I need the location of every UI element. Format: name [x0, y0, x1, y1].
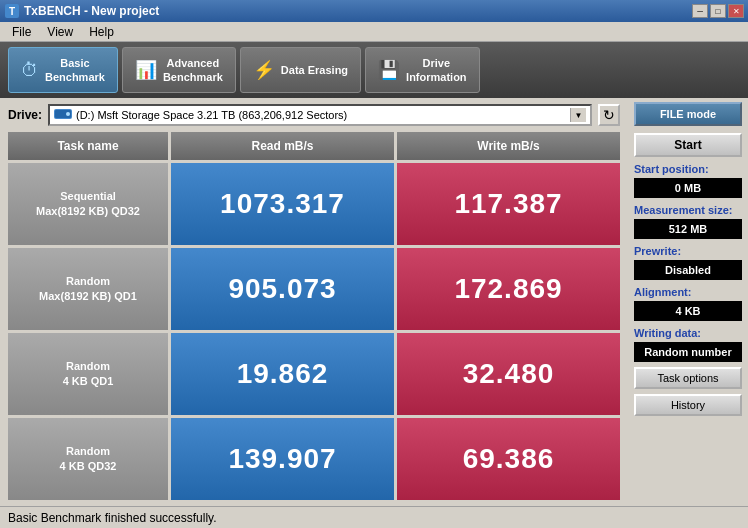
drive-refresh-button[interactable]: ↻ [598, 104, 620, 126]
drive-label: Drive: [8, 108, 42, 122]
row0-write: 117.387 [397, 163, 620, 245]
writing-data-value: Random number [634, 342, 742, 362]
row3-read: 139.907 [171, 418, 394, 500]
data-erasing-icon: ⚡ [253, 59, 275, 81]
start-position-label: Start position: [634, 163, 742, 175]
toolbar: ⏱ BasicBenchmark 📊 AdvancedBenchmark ⚡ D… [0, 42, 748, 98]
minimize-button[interactable]: ─ [692, 4, 708, 18]
history-button[interactable]: History [634, 394, 742, 416]
row3-label: Random 4 KB QD32 [8, 418, 168, 500]
drive-dropdown-arrow[interactable]: ▼ [570, 108, 586, 122]
title-bar-controls: ─ □ ✕ [692, 4, 744, 18]
maximize-button[interactable]: □ [710, 4, 726, 18]
row2-write: 32.480 [397, 333, 620, 415]
menu-bar: File View Help [0, 22, 748, 42]
table-header: Task name Read mB/s Write mB/s [8, 132, 620, 160]
status-bar: Basic Benchmark finished successfully. [0, 506, 748, 528]
status-text: Basic Benchmark finished successfully. [8, 511, 217, 525]
basic-benchmark-label: BasicBenchmark [45, 56, 105, 85]
row1-read: 905.073 [171, 248, 394, 330]
row2-label: Random 4 KB QD1 [8, 333, 168, 415]
alignment-label: Alignment: [634, 286, 742, 298]
alignment-value: 4 KB [634, 301, 742, 321]
advanced-benchmark-label: AdvancedBenchmark [163, 56, 223, 85]
main-area: Drive: (D:) Msft Storage Space 3.21 TB (… [0, 98, 748, 506]
drive-select-text: (D:) Msft Storage Space 3.21 TB (863,206… [76, 109, 570, 121]
advanced-benchmark-icon: 📊 [135, 59, 157, 81]
table-row: Random Max(8192 KB) QD1 905.073 172.869 [8, 248, 620, 330]
header-task-name: Task name [8, 132, 168, 160]
menu-help[interactable]: Help [81, 23, 122, 41]
toolbar-basic-benchmark[interactable]: ⏱ BasicBenchmark [8, 47, 118, 93]
left-panel: Drive: (D:) Msft Storage Space 3.21 TB (… [0, 98, 628, 506]
benchmark-table: Task name Read mB/s Write mB/s Sequentia… [8, 132, 620, 500]
toolbar-advanced-benchmark[interactable]: 📊 AdvancedBenchmark [122, 47, 236, 93]
title-bar: T TxBENCH - New project ─ □ ✕ [0, 0, 748, 22]
svg-text:T: T [9, 6, 15, 17]
row3-write: 69.386 [397, 418, 620, 500]
measurement-size-value: 512 MB [634, 219, 742, 239]
row1-write: 172.869 [397, 248, 620, 330]
header-read: Read mB/s [171, 132, 394, 160]
app-icon: T [4, 3, 20, 19]
task-options-button[interactable]: Task options [634, 367, 742, 389]
start-button[interactable]: Start [634, 133, 742, 157]
toolbar-data-erasing[interactable]: ⚡ Data Erasing [240, 47, 361, 93]
basic-benchmark-icon: ⏱ [21, 60, 39, 81]
data-erasing-label: Data Erasing [281, 63, 348, 77]
start-position-value: 0 MB [634, 178, 742, 198]
table-row: Random 4 KB QD1 19.862 32.480 [8, 333, 620, 415]
close-button[interactable]: ✕ [728, 4, 744, 18]
svg-point-4 [66, 112, 70, 116]
drive-information-label: DriveInformation [406, 56, 467, 85]
right-panel: FILE mode Start Start position: 0 MB Mea… [628, 98, 748, 506]
row0-label: Sequential Max(8192 KB) QD32 [8, 163, 168, 245]
drive-row: Drive: (D:) Msft Storage Space 3.21 TB (… [8, 104, 620, 126]
toolbar-drive-information[interactable]: 💾 DriveInformation [365, 47, 480, 93]
row2-read: 19.862 [171, 333, 394, 415]
table-row: Random 4 KB QD32 139.907 69.386 [8, 418, 620, 500]
menu-file[interactable]: File [4, 23, 39, 41]
drive-icon [54, 107, 72, 123]
drive-select[interactable]: (D:) Msft Storage Space 3.21 TB (863,206… [48, 104, 592, 126]
row0-read: 1073.317 [171, 163, 394, 245]
row1-label: Random Max(8192 KB) QD1 [8, 248, 168, 330]
drive-information-icon: 💾 [378, 59, 400, 81]
prewrite-label: Prewrite: [634, 245, 742, 257]
table-row: Sequential Max(8192 KB) QD32 1073.317 11… [8, 163, 620, 245]
writing-data-label: Writing data: [634, 327, 742, 339]
title-bar-text: TxBENCH - New project [24, 4, 159, 18]
measurement-size-label: Measurement size: [634, 204, 742, 216]
title-bar-left: T TxBENCH - New project [4, 3, 159, 19]
refresh-icon: ↻ [603, 107, 615, 123]
prewrite-value: Disabled [634, 260, 742, 280]
file-mode-button[interactable]: FILE mode [634, 102, 742, 126]
menu-view[interactable]: View [39, 23, 81, 41]
header-write: Write mB/s [397, 132, 620, 160]
